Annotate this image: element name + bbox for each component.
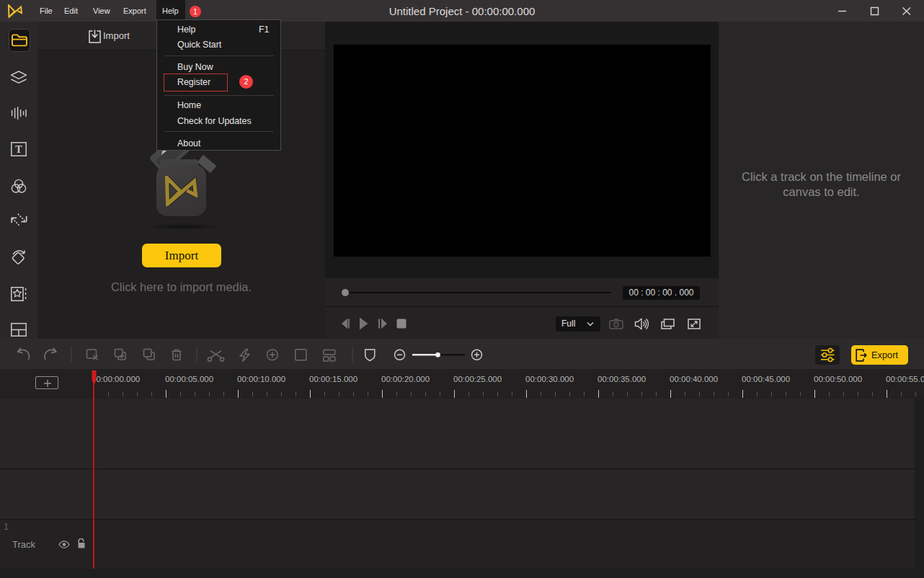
svg-text:T: T bbox=[15, 144, 22, 155]
